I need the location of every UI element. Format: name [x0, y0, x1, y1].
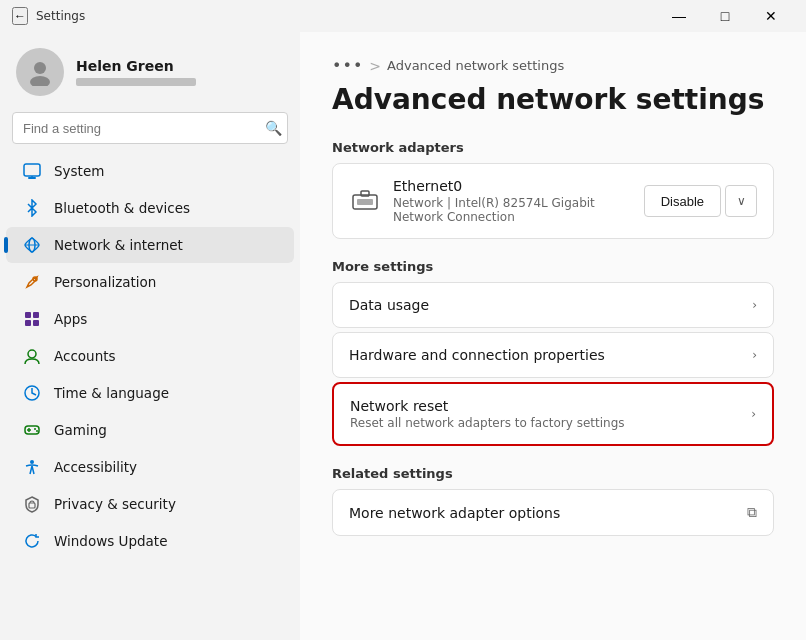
time-icon [22, 383, 42, 403]
personalization-icon [22, 272, 42, 292]
sidebar-item-label: Network & internet [54, 237, 183, 253]
minimize-button[interactable]: — [656, 0, 702, 32]
breadcrumb-title: Advanced network settings [387, 58, 564, 73]
user-info: Helen Green [76, 58, 196, 86]
adapter-icon [349, 185, 381, 217]
maximize-button[interactable]: □ [702, 0, 748, 32]
sidebar-item-label: Apps [54, 311, 87, 327]
setting-title: Data usage [349, 297, 752, 313]
setting-subtitle: Reset all network adapters to factory se… [350, 416, 751, 430]
svg-rect-11 [33, 320, 39, 326]
setting-row-network-reset[interactable]: Network reset Reset all network adapters… [332, 382, 774, 446]
related-settings-label: Related settings [332, 466, 774, 481]
update-icon [22, 531, 42, 551]
sidebar: Helen Green 🔍 System Bluetooth & devices… [0, 32, 300, 640]
content-area: ••• > Advanced network settings Advanced… [300, 32, 806, 640]
svg-rect-20 [29, 503, 35, 508]
svg-rect-8 [25, 312, 31, 318]
disable-button[interactable]: Disable [644, 185, 721, 217]
privacy-icon [22, 494, 42, 514]
search-input[interactable] [12, 112, 288, 144]
network-adapters-label: Network adapters [332, 140, 774, 155]
setting-title: Network reset [350, 398, 751, 414]
sidebar-item-label: Privacy & security [54, 496, 176, 512]
svg-rect-23 [361, 191, 369, 196]
sidebar-item-time[interactable]: Time & language [6, 375, 294, 411]
svg-point-0 [34, 62, 46, 74]
svg-rect-9 [33, 312, 39, 318]
more-settings-label: More settings [332, 259, 774, 274]
sidebar-item-update[interactable]: Windows Update [6, 523, 294, 559]
related-settings-section: Related settings More network adapter op… [332, 466, 774, 536]
avatar [16, 48, 64, 96]
svg-point-18 [36, 430, 38, 432]
sidebar-item-accounts[interactable]: Accounts [6, 338, 294, 374]
svg-rect-22 [357, 199, 373, 205]
svg-point-7 [33, 277, 37, 281]
adapter-card: Ethernet0 Network | Intel(R) 82574L Giga… [332, 163, 774, 239]
chevron-right-icon: › [752, 298, 757, 312]
setting-content: Network reset Reset all network adapters… [350, 398, 751, 430]
adapter-expand-button[interactable]: ∨ [725, 185, 757, 217]
external-link-icon: ⧉ [747, 504, 757, 521]
svg-point-17 [34, 428, 36, 430]
user-email-bar [76, 78, 196, 86]
setting-row-more-adapter-options[interactable]: More network adapter options ⧉ [332, 489, 774, 536]
chevron-right-icon: › [751, 407, 756, 421]
sidebar-item-apps[interactable]: Apps [6, 301, 294, 337]
search-box: 🔍 [12, 112, 288, 144]
svg-rect-3 [28, 177, 36, 179]
close-button[interactable]: ✕ [748, 0, 794, 32]
breadcrumb: ••• > Advanced network settings [332, 56, 774, 75]
user-profile[interactable]: Helen Green [0, 32, 300, 108]
sidebar-item-label: Accessibility [54, 459, 137, 475]
app-body: Helen Green 🔍 System Bluetooth & devices… [0, 32, 806, 640]
window-controls: — □ ✕ [656, 0, 794, 32]
sidebar-item-gaming[interactable]: Gaming [6, 412, 294, 448]
accessibility-icon [22, 457, 42, 477]
apps-icon [22, 309, 42, 329]
app-title: Settings [36, 9, 85, 23]
sidebar-item-label: Time & language [54, 385, 169, 401]
accounts-icon [22, 346, 42, 366]
setting-row-data-usage[interactable]: Data usage › [332, 282, 774, 328]
setting-title: Hardware and connection properties [349, 347, 752, 363]
gaming-icon [22, 420, 42, 440]
chevron-right-icon: › [752, 348, 757, 362]
search-icon[interactable]: 🔍 [265, 120, 282, 136]
setting-content: Data usage [349, 297, 752, 313]
sidebar-item-accessibility[interactable]: Accessibility [6, 449, 294, 485]
page-title: Advanced network settings [332, 83, 774, 116]
sidebar-item-label: Windows Update [54, 533, 167, 549]
svg-point-19 [30, 460, 34, 464]
adapter-controls: Disable ∨ [644, 185, 757, 217]
more-settings-section: More settings Data usage › Hardware and … [332, 259, 774, 446]
breadcrumb-dots[interactable]: ••• [332, 56, 363, 75]
sidebar-item-label: Accounts [54, 348, 116, 364]
sidebar-item-system[interactable]: System [6, 153, 294, 189]
sidebar-item-privacy[interactable]: Privacy & security [6, 486, 294, 522]
setting-content: Hardware and connection properties [349, 347, 752, 363]
sidebar-item-label: System [54, 163, 104, 179]
sidebar-item-label: Gaming [54, 422, 107, 438]
svg-point-12 [28, 350, 36, 358]
sidebar-item-label: Bluetooth & devices [54, 200, 190, 216]
svg-rect-10 [25, 320, 31, 326]
adapter-info: Ethernet0 Network | Intel(R) 82574L Giga… [393, 178, 632, 224]
sidebar-item-label: Personalization [54, 274, 156, 290]
system-icon [22, 161, 42, 181]
back-button[interactable]: ← [12, 7, 28, 25]
adapter-row: Ethernet0 Network | Intel(R) 82574L Giga… [333, 164, 773, 238]
adapter-desc: Network | Intel(R) 82574L Gigabit Networ… [393, 196, 632, 224]
sidebar-item-bluetooth[interactable]: Bluetooth & devices [6, 190, 294, 226]
sidebar-item-personalization[interactable]: Personalization [6, 264, 294, 300]
user-name: Helen Green [76, 58, 196, 74]
setting-row-hardware-props[interactable]: Hardware and connection properties › [332, 332, 774, 378]
setting-content: More network adapter options [349, 505, 747, 521]
setting-title: More network adapter options [349, 505, 747, 521]
svg-point-1 [30, 76, 50, 86]
svg-rect-2 [24, 164, 40, 176]
title-bar: ← Settings — □ ✕ [0, 0, 806, 32]
bluetooth-icon [22, 198, 42, 218]
sidebar-item-network[interactable]: Network & internet [6, 227, 294, 263]
